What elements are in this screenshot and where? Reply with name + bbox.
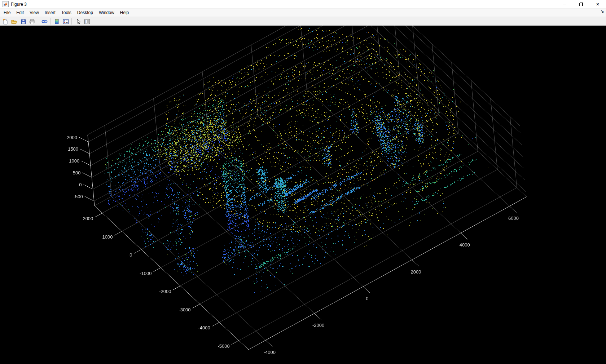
figure-window: Figure 3 ✕ File Edit View Insert Tools D…	[0, 0, 606, 364]
save-figure-button[interactable]	[19, 17, 27, 26]
restore-icon	[579, 3, 583, 6]
minimize-icon	[563, 4, 566, 4]
panel-icon	[84, 19, 90, 25]
edit-plot-button[interactable]	[74, 17, 82, 26]
printer-icon	[29, 19, 35, 25]
insert-colorbar-button[interactable]	[53, 17, 61, 26]
insert-legend-button[interactable]	[62, 17, 70, 26]
new-figure-button[interactable]	[1, 17, 9, 26]
print-button[interactable]	[28, 17, 36, 26]
menu-view[interactable]: View	[30, 9, 39, 16]
minimize-button[interactable]	[556, 0, 573, 8]
link-plot-button[interactable]	[40, 17, 49, 26]
property-inspector-button[interactable]	[83, 17, 91, 26]
close-button[interactable]: ✕	[589, 0, 606, 8]
link-chain-icon	[41, 19, 48, 25]
restore-button[interactable]	[573, 0, 589, 8]
toolbar-separator	[38, 18, 38, 25]
colorbar-icon	[54, 19, 59, 25]
menu-tools[interactable]: Tools	[61, 9, 71, 16]
window-title: Figure 3	[11, 2, 27, 7]
cursor-arrow-icon	[76, 19, 81, 25]
menu-insert[interactable]: Insert	[45, 9, 56, 16]
window-controls: ✕	[556, 0, 606, 8]
toolbar-separator	[71, 18, 72, 25]
open-folder-icon	[11, 19, 17, 25]
point-cloud-canvas[interactable]	[0, 26, 606, 364]
menu-bar: File Edit View Insert Tools Desktop Wind…	[0, 9, 606, 17]
toolbar-separator	[50, 18, 50, 25]
menu-window[interactable]: Window	[99, 9, 114, 16]
menubar-overflow-icon[interactable]: ↘	[601, 9, 604, 14]
menu-desktop[interactable]: Desktop	[77, 9, 93, 16]
menu-help[interactable]: Help	[120, 9, 129, 16]
menu-edit[interactable]: Edit	[16, 9, 24, 16]
new-document-icon	[3, 19, 8, 25]
save-floppy-icon	[21, 19, 26, 25]
close-icon: ✕	[596, 2, 600, 7]
open-file-button[interactable]	[10, 17, 18, 26]
matlab-logo-icon	[3, 1, 9, 7]
title-bar: Figure 3 ✕	[0, 0, 606, 9]
menu-file[interactable]: File	[4, 9, 10, 16]
figure-axes-area	[0, 26, 606, 364]
figure-toolbar	[0, 17, 606, 26]
legend-icon	[63, 19, 69, 25]
